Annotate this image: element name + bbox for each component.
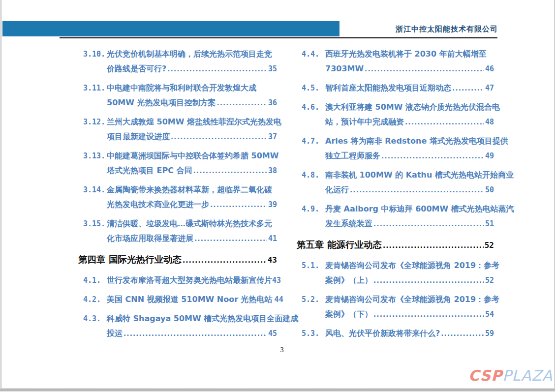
toc-entry[interactable]: 3.11. 中电建中南院将与和利时联合开发敦煌大成 50MW 光热发电项目控制方… [78, 81, 277, 110]
toc-entry-page: 36 [268, 95, 277, 110]
toc-entry-number: 3.13. [83, 149, 107, 163]
toc-entry-line-1: 4.2. 美国 CNN 视频报道 510MW Noor 光热电站 .......… [78, 292, 277, 307]
toc-entry-line-1: 3.14. 金属陶瓷带来换热器材料革新，超临界二氧化碳 [78, 182, 277, 197]
toc-entry-page: 47 [485, 81, 494, 95]
toc-entry[interactable]: 4.1. 世行发布摩洛哥超大型努奥光热电站最新宣传片 43 [78, 273, 277, 288]
toc-entry-page: 59 [485, 326, 494, 341]
toc-entry-page: 46 [485, 61, 494, 76]
toc-entry-line-1: 4.8. 南非装机 100MW 的 Kathu 槽式光热电站开始商业 [297, 168, 494, 182]
toc-entry-number: 4.4. [302, 47, 325, 61]
toc-entry-page: 52 [485, 273, 494, 288]
toc-entry-number: 3.12. [83, 115, 107, 129]
toc-entry[interactable]: 5.2. 麦肯锡咨询公司发布《全球能源视角 2019：参考 案例》（下） ...… [297, 292, 494, 322]
toc-entry-line-2: 光热发电技术商业化更进一步 ..........................… [78, 197, 277, 212]
toc-entry[interactable]: 5.1. 麦肯锡咨询公司发布《全球能源视角 2019：参考 案例》（上） ...… [297, 258, 494, 288]
toc-entry[interactable]: 3.10. 光伏竞价机制基本明确，后续光热示范项目走竞 价路线是否可行? ...… [78, 47, 277, 76]
toc-entry-number: 3.10. [83, 47, 107, 61]
toc-entry-text: 站，预计年中完成融资 [325, 115, 404, 129]
toc-entry-text: 中电建中南院将与和利时联合开发敦煌大成 [107, 81, 256, 95]
toc-entry[interactable]: 4.9. 丹麦 Aalborg 中标迪拜 600MW 槽式光热电站蒸汽 发生系统… [297, 202, 494, 231]
toc-entry[interactable]: 4.3. 科威特 Shagaya 50MW 槽式光热发电项目全面建成 投运 ..… [78, 311, 277, 341]
toc-entry-text: 中能建葛洲坝国际与中控联合体签约希腊 50MW [107, 149, 278, 163]
toc-entry-line-2: 发生系统装置 .................................… [297, 216, 494, 231]
toc-entry-line-1: 3.11. 中电建中南院将与和利时联合开发敦煌大成 [78, 81, 277, 95]
toc-entry[interactable]: 4.5. 智利首座太阳能热发电项目近期动态 ..................… [297, 81, 494, 95]
toc-entry-number: 5.2. [302, 292, 325, 307]
dot-leader: ........................................… [441, 326, 484, 341]
dot-leader: ........................................… [381, 149, 484, 163]
toc-entry-number: 3.11. [83, 81, 107, 95]
toc-entry-line-1: 3.15. 清洁供暖、垃圾发电…碟式斯特林光热技术多元 [78, 216, 277, 231]
toc-chapter[interactable]: 第五章 能源行业动态 .............................… [297, 238, 494, 252]
toc-chapter[interactable]: 第四章 国际光热行业动态 ...........................… [78, 252, 277, 267]
page-edge-bottom [0, 388, 555, 392]
toc-entry-page: 37 [268, 129, 277, 144]
toc-entry-page: 50 [485, 182, 494, 197]
toc-entry-line-2: 50MW 光热发电项目控制方案 ........................… [78, 95, 277, 110]
toc-entry-text: 价路线是否可行? [107, 61, 166, 76]
toc-entry-text: 塔式光热项目 EPC 合同 [107, 163, 192, 178]
dot-leader: ........................................… [193, 163, 267, 178]
toc-entry-line-2: 价路线是否可行? ...............................… [78, 61, 277, 76]
toc-entry-text: 西班牙光热发电装机将于 2030 年前大幅增至 [325, 47, 487, 61]
toc-entry-line-1: 5.2. 麦肯锡咨询公司发布《全球能源视角 2019：参考 [297, 292, 494, 307]
toc-entry[interactable]: 4.2. 美国 CNN 视频报道 510MW Noor 光热电站 .......… [78, 292, 277, 307]
toc-entry-number: 4.8. [302, 168, 325, 182]
toc-entry[interactable]: 4.8. 南非装机 100MW 的 Kathu 槽式光热电站开始商业 化运行 .… [297, 168, 494, 197]
dot-leader: ........................................… [210, 197, 267, 212]
toc-entry-number: 4.7. [302, 134, 325, 149]
toc-entry[interactable]: 4.4. 西班牙光热发电装机将于 2030 年前大幅增至 7303MW ....… [297, 47, 494, 76]
toc-entry-text: 风电、光伏平价新政将带来什么? [325, 326, 440, 341]
dot-leader: ........................................… [123, 326, 267, 341]
toc-entry[interactable]: 3.14. 金属陶瓷带来换热器材料革新，超临界二氧化碳 光热发电技术商业化更进一… [78, 182, 277, 212]
toc-entry-page: 38 [268, 163, 277, 178]
toc-entry[interactable]: 4.7. Aries 将为南非 Redstone 塔式光热发电项目提供 独立工程… [297, 134, 494, 163]
toc-entry-page: 45 [268, 326, 277, 341]
toc-entry-line-2: 案例》（上） .................................… [297, 273, 494, 288]
toc-entry-text: 案例》（上） [325, 273, 372, 288]
toc-entry-line-2: 化市场应用取得显著进展 ............................… [78, 231, 277, 246]
toc-entry-line-1: 4.3. 科威特 Shagaya 50MW 槽式光热发电项目全面建成 [78, 311, 277, 326]
toc-entry-line-1: 5.1. 麦肯锡咨询公司发布《全球能源视角 2019：参考 [297, 258, 494, 273]
toc-entry-text: 独立工程师服务 [325, 149, 380, 163]
toc-entry[interactable]: 5.3. 风电、光伏平价新政将带来什么? ...................… [297, 326, 494, 341]
toc-entry-page: 54 [485, 307, 494, 322]
toc-entry-text: 世行发布摩洛哥超大型努奥光热电站最新宣传片 [107, 273, 272, 288]
toc-entry-number: 4.5. [302, 81, 325, 95]
dot-leader: ........................................… [405, 115, 484, 129]
dot-leader: ........................................… [194, 231, 267, 246]
toc-entry-line-1: 4.6. 澳大利亚将建 50MW 液态钠介质光热光伏混合电 [297, 100, 494, 115]
toc-entry-text: 化运行 [325, 182, 349, 197]
toc-column-left: 3.10. 光伏竞价机制基本明确，后续光热示范项目走竞 价路线是否可行? ...… [78, 47, 277, 345]
toc-entry-number: 4.3. [83, 311, 107, 326]
toc-entry-text: 南非装机 100MW 的 Kathu 槽式光热电站开始商业 [325, 168, 514, 182]
toc-entry-text: 发生系统装置 [325, 216, 372, 231]
toc-chapter-page: 43 [268, 253, 277, 268]
toc-entry-number: 4.9. [302, 202, 325, 216]
toc-entry-line-1: 3.13. 中能建葛洲坝国际与中控联合体签约希腊 50MW [78, 149, 277, 163]
company-name: 浙江中控太阳能技术有限公司 [384, 25, 498, 34]
toc-entry-text: 澳大利亚将建 50MW 液态钠介质光热光伏混合电 [325, 100, 500, 115]
toc-entry-line-2: 站，预计年中完成融资 .............................… [297, 115, 494, 129]
toc-entry-text: Aries 将为南非 Redstone 塔式光热发电项目提供 [325, 134, 508, 149]
toc-entry-line-2: 化运行 ....................................… [297, 182, 494, 197]
toc-entry-line-1: 3.12. 兰州大成敦煌 50MW 熔盐线性菲涅尔式光热发电 [78, 115, 277, 129]
toc-entry[interactable]: 3.15. 清洁供暖、垃圾发电…碟式斯特林光热技术多元 化市场应用取得显著进展 … [78, 216, 277, 246]
toc-entry[interactable]: 4.6. 澳大利亚将建 50MW 液态钠介质光热光伏混合电 站，预计年中完成融资… [297, 100, 494, 129]
document-page: 浙江中控太阳能技术有限公司 3.10. 光伏竞价机制基本明确，后续光热示范项目走… [0, 0, 555, 392]
toc-entry-text: 清洁供暖、垃圾发电…碟式斯特林光热技术多元 [107, 216, 272, 231]
toc-entry-number: 4.1. [83, 273, 107, 288]
toc-entry-page: 49 [485, 149, 494, 163]
dot-leader: ........................................… [383, 238, 484, 253]
toc-entry-page: 51 [485, 216, 494, 231]
toc-entry-line-1: 3.10. 光伏竞价机制基本明确，后续光热示范项目走竞 [78, 47, 277, 61]
toc-entry-line-1: 4.9. 丹麦 Aalborg 中标迪拜 600MW 槽式光热电站蒸汽 [297, 202, 494, 216]
toc-entry-text: 项目最新建设进度 [107, 129, 170, 144]
toc-entry-page: 44 [275, 292, 283, 307]
toc-chapter-page: 52 [485, 238, 494, 253]
toc-entry-line-1: 5.3. 风电、光伏平价新政将带来什么? ...................… [297, 326, 494, 341]
toc-entry[interactable]: 3.13. 中能建葛洲坝国际与中控联合体签约希腊 50MW 塔式光热项目 EPC… [78, 149, 277, 178]
toc-entry[interactable]: 3.12. 兰州大成敦煌 50MW 熔盐线性菲涅尔式光热发电 项目最新建设进度 … [78, 115, 277, 144]
toc-entry-line-1: 4.4. 西班牙光热发电装机将于 2030 年前大幅增至 [297, 47, 494, 61]
dot-leader: ........................................… [183, 253, 267, 268]
